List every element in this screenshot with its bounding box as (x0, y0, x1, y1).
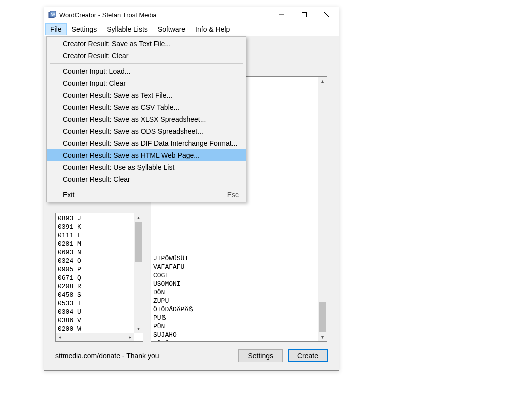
menu-info-help[interactable]: Info & Help (190, 24, 235, 36)
menu-counter-save-ods[interactable]: Counter Result: Save as ODS Spreadsheet.… (47, 126, 246, 138)
menu-settings[interactable]: Settings (67, 24, 102, 36)
scroll-thumb[interactable] (319, 302, 326, 332)
counter-result-pane: 0893 J 0391 K 0111 L 0281 M 0693 N 0324 … (56, 213, 144, 342)
menu-counter-save-text[interactable]: Counter Result: Save as Text File... (47, 90, 246, 102)
close-button[interactable] (316, 8, 338, 22)
settings-button[interactable]: Settings (238, 350, 283, 362)
create-button[interactable]: Create (288, 350, 328, 362)
counter-result-text[interactable]: 0893 J 0391 K 0111 L 0281 M 0693 N 0324 … (56, 214, 143, 334)
menu-exit[interactable]: Exit Esc (47, 189, 246, 201)
menubar: File Settings Syllable Lists Software In… (44, 22, 339, 36)
menu-software[interactable]: Software (153, 24, 190, 36)
menu-counter-input-load[interactable]: Counter Input: Load... (47, 66, 246, 78)
menu-counter-save-dif[interactable]: Counter Result: Save as DIF Data Interch… (47, 138, 246, 150)
scroll-left-icon[interactable]: ◂ (56, 333, 64, 342)
left-scrollbar-vertical[interactable]: ▴ ▾ (134, 214, 143, 333)
menu-file[interactable]: File (46, 24, 67, 36)
menu-separator (50, 187, 243, 188)
minimize-button[interactable] (270, 8, 293, 22)
menu-creator-clear[interactable]: Creator Result: Clear (47, 50, 246, 62)
client-area: 0893 J 0391 K 0111 L 0281 M 0693 N 0324 … (44, 36, 339, 370)
menu-separator (50, 64, 243, 64)
left-scrollbar-horizontal[interactable]: ◂ ▸ (56, 333, 134, 342)
scroll-up-icon[interactable]: ▴ (318, 77, 327, 86)
scroll-down-icon[interactable]: ▾ (134, 324, 143, 333)
footer: sttmedia.com/donate - Thank you Settings… (56, 348, 328, 364)
menu-counter-save-html[interactable]: Counter Result: Save as HTML Web Page... (47, 150, 246, 162)
scroll-up-icon[interactable]: ▴ (134, 214, 143, 222)
file-menu-dropdown: Creator Result: Save as Text File... Cre… (46, 36, 246, 202)
titlebar: W WordCreator - Stefan Trost Media (44, 8, 339, 22)
menu-counter-use-syllable[interactable]: Counter Result: Use as Syllable List (47, 162, 246, 174)
menu-counter-clear[interactable]: Counter Result: Clear (47, 174, 246, 186)
svg-text:W: W (52, 12, 56, 17)
scroll-down-icon[interactable]: ▾ (318, 333, 327, 342)
right-scrollbar-vertical[interactable]: ▴ ▾ (318, 77, 327, 342)
svg-rect-4 (302, 13, 306, 18)
app-icon: W (48, 11, 56, 19)
donate-link[interactable]: sttmedia.com/donate - Thank you (56, 352, 234, 360)
menu-counter-save-csv[interactable]: Counter Result: Save as CSV Table... (47, 102, 246, 114)
app-window: W WordCreator - Stefan Trost Media File … (44, 7, 340, 371)
menu-counter-save-xlsx[interactable]: Counter Result: Save as XLSX Spreadsheet… (47, 114, 246, 126)
menu-creator-save-text[interactable]: Creator Result: Save as Text File... (47, 38, 246, 50)
window-controls (270, 8, 338, 22)
menu-exit-accelerator: Esc (228, 191, 239, 199)
menu-counter-input-clear[interactable]: Counter Input: Clear (47, 78, 246, 90)
menu-syllable-lists[interactable]: Syllable Lists (102, 24, 153, 36)
window-title: WordCreator - Stefan Trost Media (60, 12, 270, 19)
scroll-right-icon[interactable]: ▸ (126, 333, 134, 342)
maximize-button[interactable] (293, 8, 316, 22)
scroll-thumb[interactable] (135, 222, 142, 262)
